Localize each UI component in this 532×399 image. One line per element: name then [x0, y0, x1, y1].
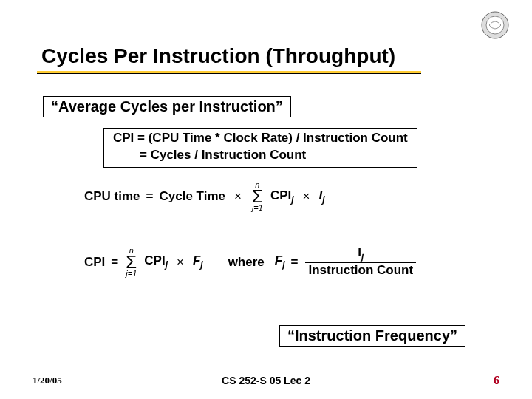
fraction-denominator: Instruction Count [305, 262, 416, 278]
f-j-term: Fj [193, 253, 203, 270]
sigma-icon: n Σ j=1 [126, 247, 137, 278]
cpi-equation: CPI = n Σ j=1 CPIj × Fj where Fj = Ij In… [84, 246, 510, 278]
times-sign: × [303, 189, 310, 204]
i-j-term: Ij [319, 188, 325, 205]
section-label-avg-cpi: “Average Cycles per Instruction” [43, 96, 291, 117]
cpi-formula-line2: = Cycles / Instruction Count [113, 147, 408, 164]
footer-course: CS 252-S 05 Lec 2 [222, 375, 310, 386]
equals-sign: = [146, 189, 154, 204]
cpi-formula-box: CPI = (CPU Time * Clock Rate) / Instruct… [103, 128, 417, 168]
cycle-time-label: Cycle Time [160, 189, 225, 204]
footer: 1/20/05 CS 252-S 05 Lec 2 6 [0, 374, 532, 387]
cpi-label: CPI [84, 255, 105, 270]
times-sign: × [177, 255, 184, 270]
fraction: Ij Instruction Count [305, 246, 416, 278]
cpu-time-label: CPU time [84, 189, 140, 204]
slide-title: Cycles Per Instruction (Throughput) [41, 44, 395, 72]
sigma-icon: n Σ j=1 [252, 181, 263, 212]
where-label: where [228, 255, 265, 270]
times-sign: × [234, 189, 242, 204]
cpu-time-equation: CPU time = Cycle Time × n Σ j=1 CPIj × I… [84, 181, 510, 212]
footer-page-number: 6 [494, 374, 499, 387]
seal-logo-icon [480, 10, 510, 40]
f-j-lhs: Fj [275, 253, 285, 270]
cpi-formula-line1: CPI = (CPU Time * Clock Rate) / Instruct… [113, 130, 408, 147]
slide: Cycles Per Instruction (Throughput) “Ave… [0, 0, 532, 399]
fraction-numerator: Ij [355, 246, 366, 263]
equals-sign: = [291, 255, 299, 270]
cpi-j-term: CPIj [270, 188, 294, 205]
cpi-j-term: CPIj [144, 253, 168, 270]
instruction-frequency-label: “Instruction Frequency” [279, 325, 466, 347]
footer-date: 1/20/05 [33, 375, 62, 386]
equals-sign: = [111, 255, 118, 270]
